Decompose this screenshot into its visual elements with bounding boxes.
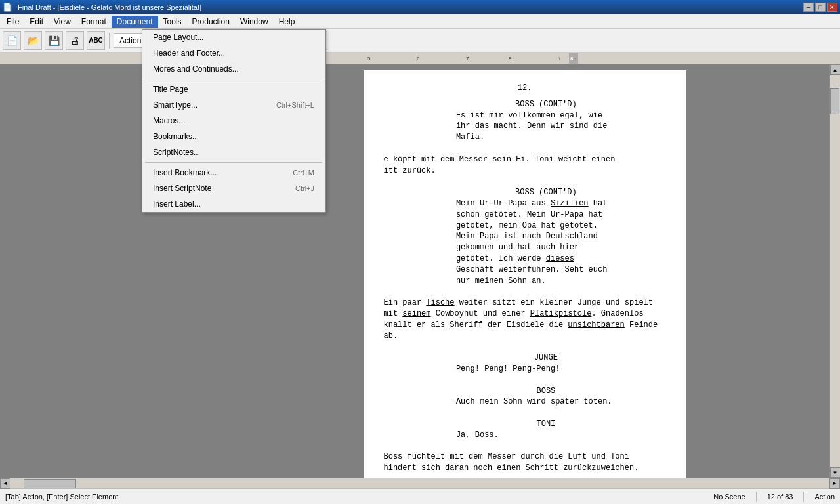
svg-text:7: 7: [466, 56, 469, 62]
title-bar: 📄 Final Draft - [Eisdiele - Gelato Mord …: [0, 0, 840, 14]
status-hint: [Tab] Action, [Enter] Select Element: [5, 493, 118, 501]
h-scroll-track[interactable]: [10, 478, 830, 488]
spell-button[interactable]: ABC: [87, 32, 105, 50]
dialogue-boss-1: Es ist mir vollkommen egal, wie ihr das …: [423, 110, 627, 143]
svg-text:5: 5: [368, 56, 371, 62]
menu-smarttype-label: SmartType...: [153, 100, 198, 110]
action-3: Boss fuchtelt mit dem Messer durch die L…: [384, 452, 666, 474]
svg-text:6: 6: [417, 56, 420, 62]
window-title: Final Draft - [Eisdiele - Gelato Mord is…: [18, 3, 201, 11]
h-scroll-thumb[interactable]: [24, 479, 76, 488]
character-boss-1: BOSS (CONT'D): [384, 99, 666, 110]
menu-title-page[interactable]: Title Page: [142, 81, 325, 97]
close-button[interactable]: ✕: [827, 3, 837, 12]
status-scene: No Scene: [713, 493, 745, 501]
title-bar-controls: ─ □ ✕: [803, 3, 837, 12]
scroll-track[interactable]: [830, 75, 840, 467]
scroll-right-button[interactable]: ►: [830, 478, 840, 489]
status-page-info: 12 of 83: [767, 493, 793, 501]
status-right: No Scene 12 of 83 Action: [713, 492, 835, 502]
svg-text:8: 8: [509, 56, 512, 62]
menu-production[interactable]: Production: [187, 16, 235, 28]
save-button[interactable]: 💾: [45, 32, 63, 50]
minimize-button[interactable]: ─: [803, 3, 814, 12]
horizontal-scrollbar: ◄ ►: [0, 478, 840, 488]
menu-smarttype-shortcut: Ctrl+Shift+L: [276, 101, 314, 109]
ruler: 2 3 4 5 6 7 8 ↑ · 8: [0, 52, 840, 64]
menu-bar: File Edit View Format Document Tools Pro…: [0, 14, 840, 29]
dialogue-boss-2: Mein Ur-Ur-Papa aus Sizilien hat schon g…: [423, 198, 627, 286]
menu-edit[interactable]: Edit: [24, 16, 49, 28]
character-junge: JUNGE: [384, 352, 666, 364]
menu-bookmarks-label: Bookmarks...: [153, 132, 199, 141]
character-toni: TONI: [384, 419, 666, 430]
menu-insert-label[interactable]: Insert Label...: [142, 196, 325, 212]
separator-1: [109, 33, 110, 49]
menu-format[interactable]: Format: [76, 16, 112, 28]
menu-insert-bookmark-shortcut: Ctrl+M: [293, 169, 314, 177]
menu-scriptnotes[interactable]: ScriptNotes...: [142, 144, 325, 160]
document-dropdown-menu: Page Layout... Header and Footer... More…: [142, 29, 326, 213]
svg-text:↑: ↑: [558, 56, 560, 62]
menu-insert-scriptnote-shortcut: Ctrl+J: [295, 184, 314, 192]
menu-help[interactable]: Help: [274, 16, 301, 28]
menu-view[interactable]: View: [49, 16, 76, 28]
menu-page-layout-label: Page Layout...: [153, 33, 203, 42]
page-number: 12.: [384, 83, 666, 94]
menu-separator-2: [145, 162, 322, 163]
menu-tools[interactable]: Tools: [158, 16, 187, 28]
dialogue-junge: Peng! Peng! Peng-Peng!: [423, 364, 627, 375]
menu-file[interactable]: File: [1, 16, 24, 28]
status-element-type: Action: [814, 493, 835, 501]
status-bar: [Tab] Action, [Enter] Select Element No …: [0, 488, 840, 504]
new-button[interactable]: 📄: [3, 32, 21, 50]
menu-separator-1: [145, 79, 322, 79]
character-boss-3: BOSS: [384, 386, 666, 397]
menu-insert-scriptnote[interactable]: Insert ScriptNote Ctrl+J: [142, 180, 325, 196]
menu-window[interactable]: Window: [235, 16, 274, 28]
scroll-up-button[interactable]: ▲: [830, 64, 841, 75]
title-bar-left: 📄 Final Draft - [Eisdiele - Gelato Mord …: [3, 3, 201, 12]
dialogue-boss-3: Auch mein Sohn wird später töten.: [423, 396, 627, 408]
menu-scriptnotes-label: ScriptNotes...: [153, 148, 200, 157]
document-page: 12. BOSS (CONT'D) Es ist mir vollkommen …: [364, 70, 686, 478]
open-button[interactable]: 📂: [24, 32, 42, 50]
menu-page-layout[interactable]: Page Layout...: [142, 30, 325, 45]
menu-header-footer[interactable]: Header and Footer...: [142, 45, 325, 61]
print-button[interactable]: 🖨: [66, 32, 84, 50]
dialogue-toni: Ja, Boss.: [423, 430, 627, 441]
scroll-down-button[interactable]: ▼: [830, 467, 841, 478]
svg-text:8: 8: [570, 56, 574, 62]
menu-title-page-label: Title Page: [153, 85, 188, 94]
main-area: 12. BOSS (CONT'D) Es ist mir vollkommen …: [0, 64, 840, 478]
app-icon: 📄: [3, 3, 12, 12]
right-scrollbar: ▲ ▼: [830, 64, 840, 478]
scroll-left-button[interactable]: ◄: [0, 478, 10, 489]
menu-insert-bookmark[interactable]: Insert Bookmark... Ctrl+M: [142, 165, 325, 180]
menu-header-footer-label: Header and Footer...: [153, 49, 225, 58]
menu-bookmarks[interactable]: Bookmarks...: [142, 129, 325, 144]
menu-macros-label: Macros...: [153, 116, 185, 125]
status-divider-1: [756, 492, 757, 502]
maximize-button[interactable]: □: [815, 3, 826, 12]
menu-smarttype[interactable]: SmartType... Ctrl+Shift+L: [142, 97, 325, 113]
menu-insert-label-label: Insert Label...: [153, 200, 201, 209]
status-divider-2: [803, 492, 804, 502]
action-2: Ein paar Tische weiter sitzt ein kleiner…: [384, 297, 666, 341]
menu-macros[interactable]: Macros...: [142, 113, 325, 129]
menu-insert-bookmark-label: Insert Bookmark...: [153, 168, 217, 177]
action-1: e köpft mit dem Messer sein Ei. Toni wei…: [384, 154, 666, 177]
character-boss-2: BOSS (CONT'D): [384, 187, 666, 198]
menu-mores-continueds[interactable]: Mores and Continueds...: [142, 61, 325, 77]
menu-mores-continueds-label: Mores and Continueds...: [153, 64, 239, 74]
scroll-thumb[interactable]: [830, 88, 839, 114]
toolbar: 📄 📂 💾 🖨 ABC Action Scene Heading Charact…: [0, 29, 840, 52]
menu-document[interactable]: Document: [112, 16, 158, 28]
menu-insert-scriptnote-label: Insert ScriptNote: [153, 184, 211, 193]
